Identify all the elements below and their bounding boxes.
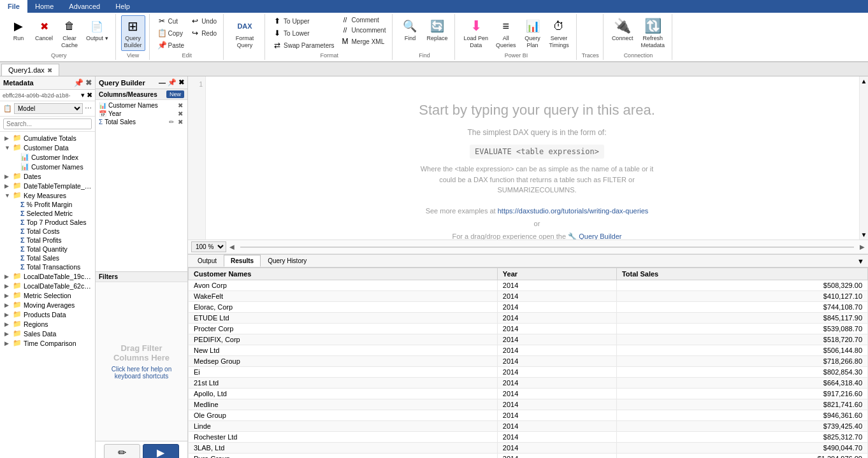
connection-dropdown-icon[interactable]: ▾ <box>81 91 85 99</box>
expand-icon-moving-averages[interactable]: ▶ <box>4 302 11 308</box>
find-button[interactable]: 🔍 Find <box>398 15 422 44</box>
merge-xml-button[interactable]: M Merge XML <box>338 36 389 47</box>
edit-query-button[interactable]: ✏Edit Query <box>104 444 140 458</box>
tree-item-key-measures[interactable]: ▼📁Key Measures <box>0 190 95 200</box>
qb-item-remove-qb-year[interactable]: ✖ <box>177 110 184 117</box>
tree-item-sales-data[interactable]: ▶📁Sales Data <box>0 329 95 338</box>
table-row[interactable]: Medsep Group2014$718,266.80 <box>189 356 868 367</box>
scroll-up-icon[interactable]: ▲ <box>860 76 868 86</box>
output-button[interactable]: 📄 Output ▾ <box>83 15 112 44</box>
load-pen-data-button[interactable]: ⬇ Load PenData <box>460 15 491 51</box>
table-row[interactable]: ETUDE Ltd2014$845,117.90 <box>189 313 868 324</box>
expand-icon-products-data[interactable]: ▶ <box>4 311 11 318</box>
cancel-button[interactable]: ✖ Cancel <box>32 15 56 44</box>
qb-item-qb-year[interactable]: 📅Year✖ <box>96 110 187 118</box>
table-row[interactable]: Avon Corp2014$508,329.00 <box>189 280 868 291</box>
connect-button[interactable]: 🔌 Connect <box>609 15 637 44</box>
table-row[interactable]: Rochester Ltd2014$825,312.70 <box>189 432 868 443</box>
table-row[interactable]: 3LAB, Ltd2014$490,044.70 <box>189 443 868 454</box>
run-query-button[interactable]: ▶Run Query <box>143 444 180 458</box>
qb-item-remove-qb-customer-names[interactable]: ✖ <box>177 102 184 109</box>
refresh-metadata-button[interactable]: 🔃 RefreshMetadata <box>637 15 668 51</box>
table-row[interactable]: WakeFelt2014$410,127.10 <box>189 291 868 302</box>
tree-item-total-transactions[interactable]: ΣTotal Transactions <box>0 262 95 271</box>
ribbon-tab-advanced[interactable]: Advanced <box>61 0 108 13</box>
qb-item-qb-total-sales[interactable]: ΣTotal Sales✏✖ <box>96 118 187 126</box>
tree-item-total-costs[interactable]: ΣTotal Costs <box>0 227 95 236</box>
tree-item-pct-profit-margin[interactable]: Σ% Profit Margin <box>0 200 95 209</box>
dax-format-button[interactable]: DAX FormatQuery <box>229 15 261 51</box>
qb-close-icon[interactable]: ✖ <box>178 78 184 87</box>
expand-icon-key-measures[interactable]: ▼ <box>4 192 11 199</box>
tree-item-customer-names[interactable]: 📊Customer Names <box>0 162 95 171</box>
redo-button[interactable]: ↪ Redo <box>188 27 219 39</box>
table-row[interactable]: Ei2014$802,854.30 <box>189 367 868 378</box>
qb-item-delete-qb-total-sales[interactable]: ✖ <box>177 118 184 125</box>
zoom-select[interactable]: 100 % <box>191 241 226 252</box>
expand-icon-metric-selection[interactable]: ▶ <box>4 292 11 299</box>
expand-icon-time-comparison[interactable]: ▶ <box>4 340 11 347</box>
model-expand-icon[interactable]: ⋯ <box>85 104 92 113</box>
qb-pin-icon[interactable]: 📌 <box>168 78 177 87</box>
clear-cache-button[interactable]: 🗑 ClearCache <box>57 15 82 51</box>
tree-item-total-profits[interactable]: ΣTotal Profits <box>0 236 95 245</box>
table-row[interactable]: Elorac, Corp2014$744,108.70 <box>189 302 868 313</box>
tree-item-local-date-19[interactable]: ▶📁LocalDateTable_19cdc2e1- <box>0 271 95 281</box>
tree-item-regions[interactable]: ▶📁Regions <box>0 319 95 329</box>
tree-item-customer-index[interactable]: 📊Customer Index <box>0 152 95 162</box>
results-count[interactable]: ▼ <box>857 257 868 265</box>
scroll-right-arrow[interactable]: ▶ <box>860 243 865 250</box>
tree-item-total-quantity[interactable]: ΣTotal Quantity <box>0 245 95 254</box>
tree-item-local-date-62[interactable]: ▶📁LocalDateTable_62cef255-0 <box>0 281 95 290</box>
table-row[interactable]: Pure Group2014$1,294,976.00 <box>189 454 868 459</box>
expand-icon-customer-data[interactable]: ▼ <box>4 145 11 151</box>
paste-button[interactable]: 📌 Paste <box>155 39 187 51</box>
results-tab-query-history[interactable]: Query History <box>261 255 314 267</box>
run-button[interactable]: ▶ Run <box>6 15 31 44</box>
tree-item-selected-metric[interactable]: ΣSelected Metric <box>0 209 95 218</box>
results-tab-results[interactable]: Results <box>224 255 261 267</box>
tree-item-metric-selection[interactable]: ▶📁Metric Selection <box>0 290 95 300</box>
tree-item-top7-product-sales[interactable]: ΣTop 7 Product Sales <box>0 218 95 227</box>
tree-item-dates[interactable]: ▶📁Dates <box>0 171 95 181</box>
table-row[interactable]: Medline2014$821,741.60 <box>189 399 868 410</box>
uncomment-button[interactable]: // Uncomment <box>338 25 389 35</box>
tree-item-date-table-d095f[interactable]: ▶📁DateTableTemplate_d095fb <box>0 181 95 190</box>
tree-item-cumulative-totals[interactable]: ▶📁Cumulative Totals <box>0 133 95 143</box>
to-upper-button[interactable]: ⬆ To Upper <box>270 15 336 27</box>
ribbon-tab-file[interactable]: File <box>0 0 27 13</box>
tree-item-time-comparison[interactable]: ▶📁Time Comparison <box>0 338 95 348</box>
table-row[interactable]: Apollo, Ltd2014$917,216.60 <box>189 389 868 399</box>
expand-icon-dates[interactable]: ▶ <box>4 173 11 180</box>
expand-icon-local-date-62[interactable]: ▶ <box>4 283 11 289</box>
copy-button[interactable]: 📋 Copy <box>155 27 187 39</box>
doc-tab-close[interactable]: ✖ <box>47 67 52 74</box>
replace-button[interactable]: 🔄 Replace <box>423 15 451 44</box>
qb-minimize-icon[interactable]: — <box>159 79 166 87</box>
all-queries-button[interactable]: ≡ AllQueries <box>493 15 519 51</box>
search-input[interactable] <box>3 118 92 129</box>
expand-icon-regions[interactable]: ▶ <box>4 321 11 327</box>
query-builder-button[interactable]: ⊞ QueryBuilder <box>121 15 145 51</box>
close-panel-icon[interactable]: ✖ <box>85 78 92 87</box>
server-timings-button[interactable]: ⏱ ServerTimings <box>546 15 572 51</box>
comment-button[interactable]: // Comment <box>338 15 389 25</box>
table-row[interactable]: Ole Group2014$946,361.60 <box>189 410 868 421</box>
scroll-down-icon[interactable]: ▼ <box>860 230 868 240</box>
ribbon-tab-home[interactable]: Home <box>27 0 61 13</box>
cut-button[interactable]: ✂ Cut <box>155 15 187 27</box>
qb-item-edit-qb-total-sales[interactable]: ✏ <box>168 118 175 125</box>
table-row[interactable]: Linde2014$739,425.40 <box>189 421 868 432</box>
tree-item-customer-data[interactable]: ▼📁Customer Data <box>0 143 95 152</box>
pin-icon[interactable]: 📌 <box>74 78 83 87</box>
to-lower-button[interactable]: ⬇ To Lower <box>270 27 336 39</box>
qb-link[interactable]: Query Builder <box>579 233 621 240</box>
expand-icon-cumulative-totals[interactable]: ▶ <box>4 135 11 141</box>
connection-close-icon[interactable]: ✖ <box>87 91 92 99</box>
expand-icon-local-date-19[interactable]: ▶ <box>4 273 11 280</box>
scroll-left-arrow[interactable]: ◀ <box>229 243 235 250</box>
qb-new-button[interactable]: New <box>166 90 184 98</box>
tree-item-total-sales[interactable]: ΣTotal Sales <box>0 254 95 262</box>
results-tab-output[interactable]: Output <box>191 255 224 267</box>
expand-icon-sales-data[interactable]: ▶ <box>4 331 11 337</box>
